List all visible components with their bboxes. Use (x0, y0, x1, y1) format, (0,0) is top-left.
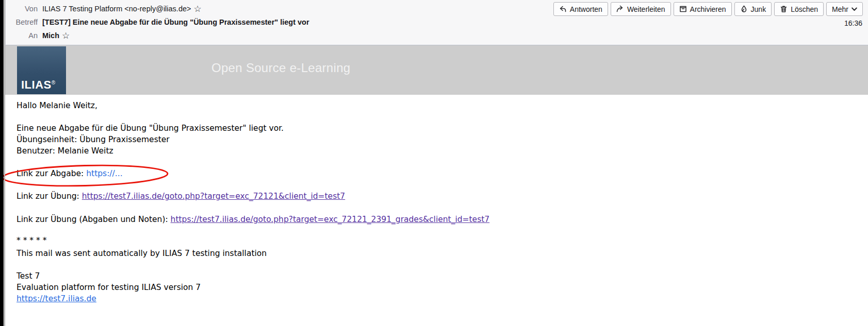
ilias-banner: ILIAS® Open Source e-Learning (5, 45, 868, 95)
greeting-line: Hallo Melanie Weitz, (17, 100, 868, 111)
from-value[interactable]: ILIAS 7 Testing Platform <no-reply@ilias… (42, 4, 191, 14)
to-row: An Mich ☆ (6, 31, 868, 41)
uebung-link[interactable]: https://test7.ilias.de/goto.php?target=e… (82, 192, 345, 201)
subject-value: [TEST7] Eine neue Abgabe für die Übung "… (42, 18, 309, 27)
reply-icon (559, 5, 567, 13)
noten-line: Link zur Übung (Abgaben und Noten): http… (17, 214, 868, 225)
junk-label: Junk (751, 5, 766, 13)
archive-button[interactable]: Archivieren (674, 2, 732, 16)
ilias-logo: ILIAS® (17, 46, 66, 94)
to-value[interactable]: Mich (42, 31, 59, 41)
archive-label: Archivieren (690, 5, 726, 13)
delete-label: Löschen (791, 5, 818, 13)
registered-mark: ® (52, 80, 56, 85)
subject-label: Betreff (10, 18, 38, 27)
archive-icon (679, 5, 687, 13)
star-icon[interactable]: ☆ (62, 32, 70, 40)
forward-icon (616, 5, 624, 13)
from-label: Von (10, 4, 38, 14)
uebung-line: Link zur Übung: https://test7.ilias.de/g… (17, 191, 868, 202)
noten-label: Link zur Übung (Abgaben und Noten): (17, 215, 171, 224)
trash-icon (780, 5, 788, 13)
forward-button[interactable]: Weiterleiten (611, 2, 671, 16)
abgabe-link[interactable]: https://... (86, 169, 122, 178)
window-left-edge (0, 0, 4, 326)
junk-flame-icon (740, 5, 748, 13)
message-header: Von ILIAS 7 Testing Platform <no-reply@i… (5, 0, 868, 45)
message-pane: Von ILIAS 7 Testing Platform <no-reply@i… (5, 0, 868, 326)
signature-link-line: https://test7.ilias.de (17, 293, 868, 304)
junk-button[interactable]: Junk (734, 2, 772, 16)
reply-label: Antworten (570, 5, 602, 13)
more-label: Mehr (832, 5, 848, 13)
uebung-label: Link zur Übung: (17, 192, 82, 201)
chevron-down-icon (851, 7, 857, 11)
banner-tagline: Open Source e-Learning (211, 61, 350, 75)
stars-divider: * * * * * (17, 235, 868, 246)
abgabe-label: Link zur Abgabe: (17, 169, 86, 178)
delete-button[interactable]: Löschen (774, 2, 824, 16)
star-icon[interactable]: ☆ (194, 6, 202, 13)
signature-line: Evaluation platform for testing ILIAS ve… (17, 282, 868, 293)
email-body: Hallo Melanie Weitz, Eine neue Abgabe fü… (5, 95, 868, 304)
message-toolbar: Antworten Weiterleiten Archivieren (553, 2, 863, 16)
auto-note: This mail was sent automatically by ILIA… (17, 248, 868, 259)
reply-button[interactable]: Antworten (553, 2, 608, 16)
noten-link[interactable]: https://test7.ilias.de/goto.php?target=e… (171, 215, 490, 224)
more-button[interactable]: Mehr (826, 2, 863, 16)
to-label: An (10, 31, 38, 41)
signature-line: Test 7 (17, 270, 868, 282)
ilias-logo-text: ILIAS® (21, 78, 56, 92)
subject-row: Betreff [TEST7] Eine neue Abgabe für die… (6, 18, 868, 27)
forward-label: Weiterleiten (627, 5, 665, 13)
message-time: 16:36 (844, 19, 862, 27)
info-line: Übungseinheit: Übung Praxissemester (17, 134, 868, 145)
abgabe-line: Link zur Abgabe: https://... (17, 168, 868, 179)
window-left-border (4, 0, 5, 326)
signature-link[interactable]: https://test7.ilias.de (17, 294, 96, 303)
email-client-window: Von ILIAS 7 Testing Platform <no-reply@i… (0, 0, 868, 326)
info-line: Benutzer: Melanie Weitz (17, 145, 868, 157)
info-line: Eine neue Abgabe für die Übung "Übung Pr… (17, 123, 868, 134)
